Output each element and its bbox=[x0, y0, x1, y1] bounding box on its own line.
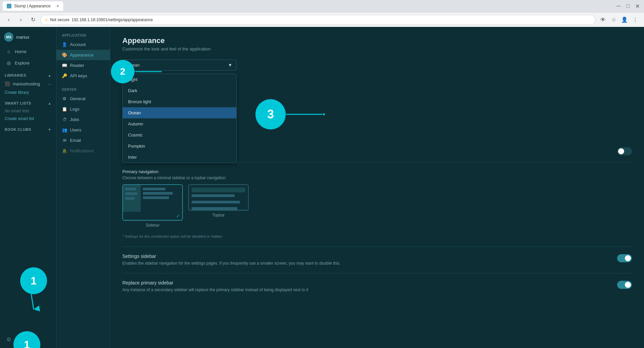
settings-nav-general[interactable]: ⚙ General bbox=[56, 93, 110, 104]
settings-nav-email[interactable]: ✉ Email bbox=[56, 135, 110, 146]
topbar-content bbox=[189, 194, 248, 210]
logs-icon: 📋 bbox=[62, 107, 67, 112]
theme-option-light[interactable]: Light bbox=[123, 74, 236, 85]
create-smart-list-link[interactable]: Create smart list bbox=[0, 115, 56, 123]
tab-favicon bbox=[7, 4, 11, 8]
nav-preview-topbar[interactable] bbox=[188, 184, 249, 210]
library-item-mariushosting[interactable]: ⬛ mariushosting ··· bbox=[0, 79, 56, 88]
font-toggle[interactable] bbox=[617, 147, 632, 155]
theme-option-ocean[interactable]: Ocean bbox=[123, 107, 236, 118]
page-title: Appearance bbox=[122, 36, 632, 45]
logs-label: Logs bbox=[70, 107, 79, 112]
main-content: Appearance Customize the look and feel o… bbox=[110, 27, 644, 348]
settings-sidebar-toggle-info: Settings sidebar Enables the sidebar nav… bbox=[122, 254, 617, 266]
server-section-label: Server bbox=[56, 86, 110, 93]
close-button[interactable]: ✕ bbox=[633, 2, 641, 10]
home-label: Home bbox=[15, 49, 27, 54]
sidebar-item-explore[interactable]: ◎ Explore bbox=[1, 57, 55, 68]
settings-nav-logs[interactable]: 📋 Logs bbox=[56, 104, 110, 114]
settings-nav-users[interactable]: 👥 Users bbox=[56, 125, 110, 135]
replace-sidebar-toggle[interactable] bbox=[617, 281, 632, 289]
library-item-left: ⬛ mariushosting bbox=[5, 81, 40, 86]
browser-toolbar: ‹ › ↻ ⚠ Not secure 192.168.1.18:10801/se… bbox=[0, 12, 644, 27]
sidebar-item-home[interactable]: ⌂ Home bbox=[1, 46, 55, 57]
annotation-arrow-3 bbox=[284, 106, 325, 123]
settings-sidebar: Application 👤 Account 🎨 Appearance 📖 Rea… bbox=[56, 27, 110, 348]
avatar: MA bbox=[4, 32, 13, 42]
theme-option-inter[interactable]: Inter bbox=[123, 152, 236, 163]
main-bar-1 bbox=[143, 188, 165, 190]
appearance-label: Appearance bbox=[70, 52, 93, 57]
back-button[interactable]: ‹ bbox=[4, 15, 13, 25]
library-icon: ⬛ bbox=[5, 81, 10, 86]
sidebar-col bbox=[123, 185, 141, 212]
theme-dropdown[interactable]: Light Dark Bronze light Ocean Autumn Cos… bbox=[122, 74, 237, 163]
topbar-option-wrapper: Topbar bbox=[188, 184, 249, 230]
topbar-bar bbox=[192, 188, 245, 192]
settings-nav-appearance[interactable]: 🎨 Appearance bbox=[56, 50, 110, 60]
maximize-button[interactable]: □ bbox=[624, 2, 632, 10]
theme-option-dark[interactable]: Dark bbox=[123, 85, 236, 96]
settings-nav-api-keys[interactable]: 🔑 API keys bbox=[56, 71, 110, 81]
settings-sidebar-toggle[interactable] bbox=[617, 254, 632, 262]
forward-button[interactable]: › bbox=[16, 15, 26, 25]
settings-nav-notifications: 🔔 Notifications bbox=[56, 146, 110, 156]
libraries-header[interactable]: Libraries ▲ bbox=[0, 71, 56, 79]
users-icon: 👥 bbox=[62, 127, 67, 132]
eye-icon[interactable]: 👁 bbox=[598, 15, 608, 25]
settings-sidebar-desc: Enables the sidebar navigation for the s… bbox=[122, 260, 604, 266]
settings-nav-reader[interactable]: 📖 Reader bbox=[56, 60, 110, 71]
settings-button[interactable]: ⚙ bbox=[4, 335, 13, 344]
star-icon[interactable]: ☆ bbox=[609, 15, 618, 25]
api-keys-label: API keys bbox=[70, 73, 87, 78]
library-options-icon[interactable]: ··· bbox=[48, 81, 51, 86]
nav-preview-sidebar[interactable]: ✓ bbox=[122, 184, 183, 221]
address-bar[interactable]: ⚠ Not secure 192.168.1.18:10801/settings… bbox=[40, 15, 596, 25]
theme-option-cosmic[interactable]: Cosmic bbox=[123, 129, 236, 141]
security-icon: ⚠ bbox=[45, 17, 48, 22]
smart-lists-header[interactable]: Smart lists ▲ bbox=[0, 99, 56, 107]
annotation-circle-1: 1 bbox=[13, 331, 40, 348]
book-clubs-header[interactable]: Book clubs ▼ bbox=[0, 125, 56, 133]
general-icon: ⚙ bbox=[62, 96, 67, 101]
account-label: Account bbox=[70, 42, 86, 47]
account-icon: 👤 bbox=[62, 42, 67, 47]
toolbar-actions: 👁 ☆ 👤 ⋮ bbox=[598, 15, 640, 25]
libraries-label: Libraries bbox=[5, 73, 26, 77]
sidebar-label: Sidebar bbox=[122, 221, 183, 230]
no-smart-lists: No smart lists bbox=[0, 107, 56, 115]
theme-option-pumpkin[interactable]: Pumpkin bbox=[123, 141, 236, 152]
nav-section-desc: Choose between a minimal sidebar or a to… bbox=[122, 176, 632, 180]
browser-tab[interactable]: Stump | Appearance × bbox=[3, 1, 63, 11]
browser-chrome: Stump | Appearance × ─ □ ✕ ‹ › ↻ ⚠ Not s… bbox=[0, 0, 644, 27]
sidebar-preview-inner bbox=[123, 185, 182, 212]
profile-icon[interactable]: 👤 bbox=[620, 15, 629, 25]
users-label: Users bbox=[70, 127, 81, 132]
theme-select[interactable]: Ocean ▼ bbox=[122, 60, 237, 71]
settings-nav-jobs[interactable]: ⏱ Jobs bbox=[56, 114, 110, 125]
menu-icon[interactable]: ⋮ bbox=[631, 15, 640, 25]
notifications-icon: 🔔 bbox=[62, 148, 67, 153]
book-clubs-section: Book clubs ▼ bbox=[0, 125, 56, 133]
book-clubs-label: Book clubs bbox=[5, 127, 31, 131]
create-library-link[interactable]: Create library bbox=[0, 88, 56, 96]
divider-2 bbox=[122, 246, 632, 247]
settings-nav-account[interactable]: 👤 Account bbox=[56, 39, 110, 50]
sidebar-bar-1 bbox=[125, 188, 136, 190]
reload-button[interactable]: ↻ bbox=[28, 15, 38, 25]
theme-option-autumn[interactable]: Autumn bbox=[123, 118, 236, 129]
tab-close-button[interactable]: × bbox=[56, 3, 59, 9]
username: marius bbox=[16, 35, 29, 40]
smart-lists-label: Smart lists bbox=[5, 101, 31, 105]
main-bar-3 bbox=[143, 196, 169, 199]
sidebar-check-icon: ✓ bbox=[123, 212, 182, 220]
sidebar-main-col bbox=[141, 185, 182, 212]
minimize-button[interactable]: ─ bbox=[614, 2, 622, 10]
theme-selected-value: Ocean bbox=[127, 63, 139, 68]
theme-option-bronze[interactable]: Bronze light bbox=[123, 96, 236, 107]
user-header: MA marius bbox=[0, 30, 56, 44]
api-keys-icon: 🔑 bbox=[62, 73, 67, 78]
nav-preview-container: ✓ Sidebar Topbar bbox=[122, 184, 632, 230]
nav-note: * Settings for the unselected option wil… bbox=[122, 234, 632, 238]
annotation-circle-3: 3 bbox=[255, 99, 286, 129]
